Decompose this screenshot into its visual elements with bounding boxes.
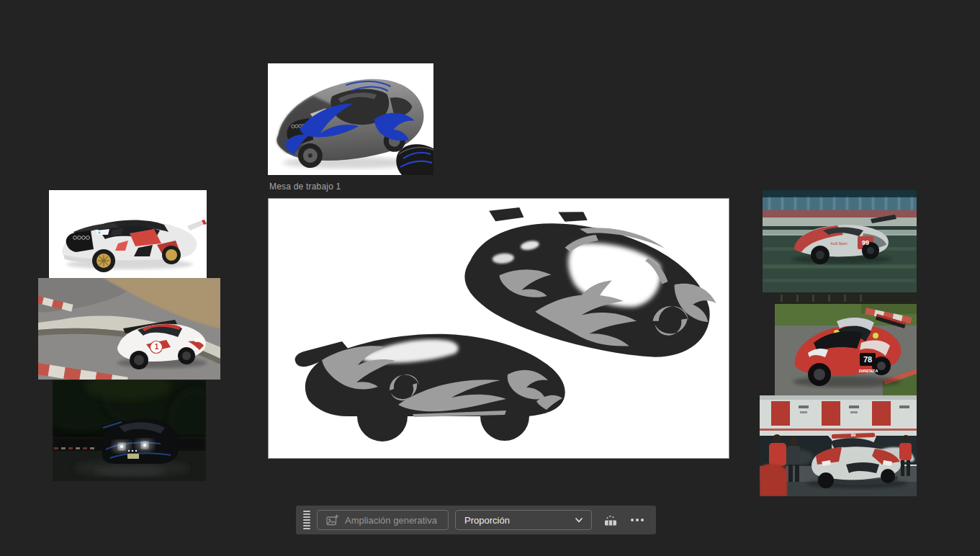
grip-handle-icon[interactable] xyxy=(303,511,310,529)
car-number-1: 1 xyxy=(153,344,161,351)
reference-image-tt-night-race[interactable] xyxy=(53,380,206,481)
contextual-task-bar: Ampliación generativa Proporción xyxy=(296,506,656,534)
night-photo-illustration xyxy=(53,380,206,481)
artboard-label[interactable]: Mesa de trabajo 1 xyxy=(269,181,341,192)
reference-image-rs3-render[interactable] xyxy=(49,190,207,278)
photoshop-canvas-area: Mesa de trabajo 1 xyxy=(0,0,980,556)
reference-image-tt-pit-lane[interactable]: 99 xyxy=(760,395,917,496)
rs3-render-illustration xyxy=(49,190,207,278)
ratio-dropdown-value: Proporción xyxy=(464,515,510,526)
ratio-dropdown[interactable]: Proporción xyxy=(455,510,592,530)
floating-render-audi-tt-blue-tribal[interactable] xyxy=(268,63,433,175)
generative-expand-button[interactable]: Ampliación generativa xyxy=(317,510,449,530)
reference-image-tt-cup-99[interactable]: 99 Audi Sport xyxy=(763,190,917,292)
render-illustration xyxy=(268,63,433,175)
car-number-99: 99 xyxy=(858,240,873,246)
reference-image-tt-cup-track[interactable]: 1 xyxy=(38,278,220,380)
direnza-photo-illustration xyxy=(775,292,917,395)
generative-expand-label: Ampliación generativa xyxy=(345,515,437,526)
side-text-direnza: DIRENZA xyxy=(850,369,887,373)
reference-image-tt-direnza-78[interactable]: 78 DIRENZA xyxy=(775,292,917,395)
generative-expand-icon xyxy=(326,514,339,526)
tribal-car-illustrations xyxy=(269,199,729,458)
tribal-car-side-view xyxy=(295,334,565,441)
ellipsis-icon[interactable] xyxy=(629,517,645,523)
pit-car-number-99: 99 xyxy=(848,433,859,437)
car-number-78: 78 xyxy=(860,356,876,364)
taskbar-pin-icon[interactable] xyxy=(603,513,619,527)
door-text-audi-sport: Audi Sport xyxy=(824,242,853,246)
pit-lane-photo-illustration xyxy=(760,395,917,496)
chevron-down-icon xyxy=(574,515,584,525)
track-photo-illustration xyxy=(38,278,220,380)
artboard-mesa-de-trabajo-1[interactable] xyxy=(268,198,729,459)
